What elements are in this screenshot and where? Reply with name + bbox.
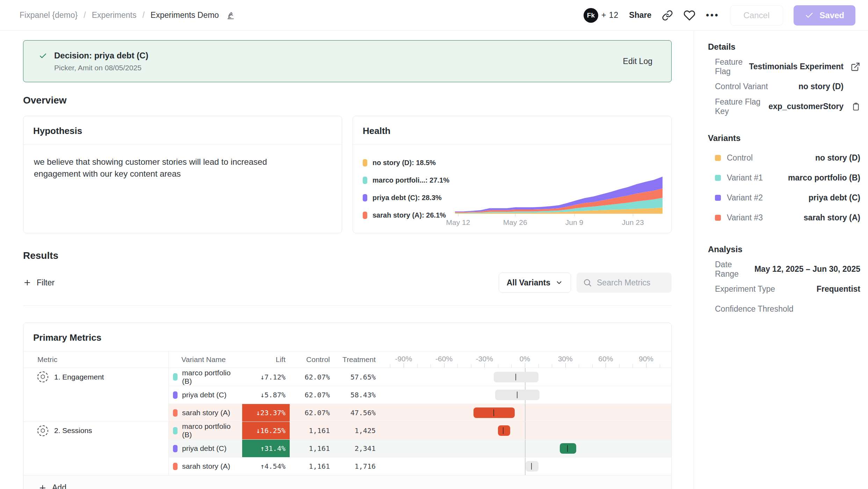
table-row[interactable]: 1. Engagement marco portfolio (B) ↓7.12%… [23, 368, 671, 386]
variant-value: sarah story (A) [804, 213, 860, 222]
detail-value: no story (D) [798, 82, 844, 91]
confidence-interval-bar [526, 461, 538, 472]
legend-swatch [363, 159, 367, 166]
lift-marker [515, 374, 516, 380]
axis-tick-label: 0% [520, 355, 530, 363]
share-button[interactable]: Share [629, 10, 651, 20]
decision-title: Decision: priya debt (C) [54, 51, 148, 61]
table-row[interactable]: 2. Sessions marco portfolio (B) ↓16.25% … [23, 421, 671, 439]
control-value: 1,161 [290, 440, 334, 457]
more-options-button[interactable]: ••• [706, 10, 719, 20]
analysis-row-confidence-threshold: Confidence Threshold [708, 299, 860, 319]
add-filter-button[interactable]: Filter [23, 278, 55, 288]
primary-metrics-table: Metric Variant Name Lift Control Treatme… [23, 352, 671, 489]
goal-metric-icon [37, 371, 48, 382]
axis-tick-label: 60% [598, 355, 613, 363]
variant-filter-dropdown[interactable]: All Variants [499, 272, 571, 293]
variant-value: marco portfolio (B) [788, 173, 860, 183]
legend-item: priya debt (C): 28.3% [363, 194, 449, 202]
variant-row-3: Variant #3 sarah story (A) [708, 208, 860, 228]
analysis-label: Date Range [715, 260, 754, 279]
legend-swatch [363, 177, 367, 184]
hypothesis-text: we believe that showing customer stories… [23, 145, 324, 191]
breadcrumb-separator: / [142, 10, 144, 20]
metric-search[interactable] [577, 272, 672, 293]
lift-marker [567, 445, 568, 452]
analysis-label: Confidence Threshold [715, 304, 860, 314]
zero-gridline [525, 404, 526, 421]
edit-log-button[interactable]: Edit Log [623, 57, 652, 66]
axis-tick-label: -60% [435, 355, 453, 363]
lift-value: ↓16.25% [242, 422, 290, 439]
variant-value: priya debt (C) [809, 193, 860, 203]
avatar[interactable]: Fk [584, 8, 598, 23]
decision-banner: Decision: priya debt (C) Picker, Amit on… [23, 40, 672, 82]
detail-label: Feature Flag [715, 57, 749, 76]
confidence-interval-bar [498, 425, 510, 436]
control-value: 62.07% [290, 386, 334, 404]
saved-button[interactable]: Saved [794, 5, 855, 26]
variant-swatch [715, 175, 721, 181]
control-value: 62.07% [290, 404, 334, 421]
search-metrics-input[interactable] [597, 278, 663, 288]
column-header-metric: Metric [23, 352, 169, 368]
variant-swatch [173, 391, 178, 399]
x-axis-label: Jun 9 [565, 218, 583, 227]
column-header-lift: Lift [242, 352, 290, 368]
copy-link-button[interactable] [662, 10, 673, 21]
axis-tick-label: -30% [476, 355, 493, 363]
add-label: Add [52, 483, 66, 489]
decision-subtitle: Picker, Amit on 08/05/2025 [54, 64, 148, 72]
legend-item: no story (D): 18.5% [363, 159, 449, 167]
link-icon [662, 10, 673, 21]
health-card: Health no story (D): 18.5% marco portfol… [353, 116, 672, 233]
table-row[interactable]: sarah story (A) ↑4.54% 1,161 1,716 [23, 457, 671, 475]
treatment-value: 1,716 [334, 458, 379, 475]
lift-axis: -90%-60%-30%0%30%60%90% [379, 352, 671, 368]
axis-tick-label: 30% [558, 355, 573, 363]
treatment-value: 2,341 [334, 440, 379, 457]
lift-value: ↓7.12% [242, 368, 290, 386]
legend-swatch [363, 194, 367, 201]
favorite-button[interactable] [683, 9, 695, 21]
copy-icon[interactable] [851, 102, 860, 111]
breadcrumb-experiments[interactable]: Experiments [92, 10, 137, 20]
metric-name: 1. Engagement [54, 373, 104, 381]
breadcrumb-project[interactable]: Fixpanel {demo} [20, 10, 78, 20]
variant-label: Variant #2 [727, 193, 809, 203]
details-sidebar: Details Feature Flag Testimonials Experi… [694, 31, 868, 489]
variant-swatch [173, 463, 178, 470]
variant-name: marco portfolio (B) [182, 369, 242, 385]
check-icon [805, 11, 814, 20]
table-row[interactable]: sarah story (A) ↓23.37% 62.07% 47.56% [23, 404, 671, 421]
metric-name: 2. Sessions [54, 426, 92, 435]
goal-metric-icon [37, 425, 48, 436]
analysis-label: Experiment Type [715, 284, 817, 294]
collaborators[interactable]: Fk + 12 [584, 8, 619, 23]
table-row[interactable]: priya debt (C) ↓5.87% 62.07% 58.43% [23, 386, 671, 404]
legend-item: sarah story (A): 26.1% [363, 211, 449, 219]
variant-value: no story (D) [815, 153, 860, 163]
cancel-button[interactable]: Cancel [730, 5, 783, 26]
column-header-control: Control [290, 352, 334, 368]
check-icon [39, 52, 47, 72]
column-header-treatment: Treatment [334, 352, 379, 368]
axis-tick-label: -90% [395, 355, 412, 363]
collaborator-count: + 12 [601, 10, 619, 20]
search-icon [583, 278, 592, 287]
table-footer: Add [23, 475, 671, 489]
heart-icon [683, 9, 695, 21]
saved-label: Saved [819, 10, 844, 20]
detail-value: Testimonials Experiment [749, 62, 844, 71]
table-row[interactable]: priya debt (C) ↑31.4% 1,161 2,341 [23, 439, 671, 457]
detail-value: exp_customerStory [768, 102, 844, 111]
add-metric-button[interactable]: Add [38, 483, 66, 489]
analysis-value: May 12, 2025 – Jun 30, 2025 [754, 264, 860, 274]
legend-label: priya debt (C): 28.3% [372, 194, 442, 202]
confidence-interval-bar [560, 443, 576, 454]
breadcrumb-separator: / [84, 10, 86, 20]
primary-metrics-title: Primary Metrics [23, 323, 671, 352]
variant-name: priya debt (C) [182, 444, 226, 453]
breadcrumb: Fixpanel {demo} / Experiments / Experime… [20, 10, 235, 20]
external-link-icon[interactable] [851, 62, 860, 72]
